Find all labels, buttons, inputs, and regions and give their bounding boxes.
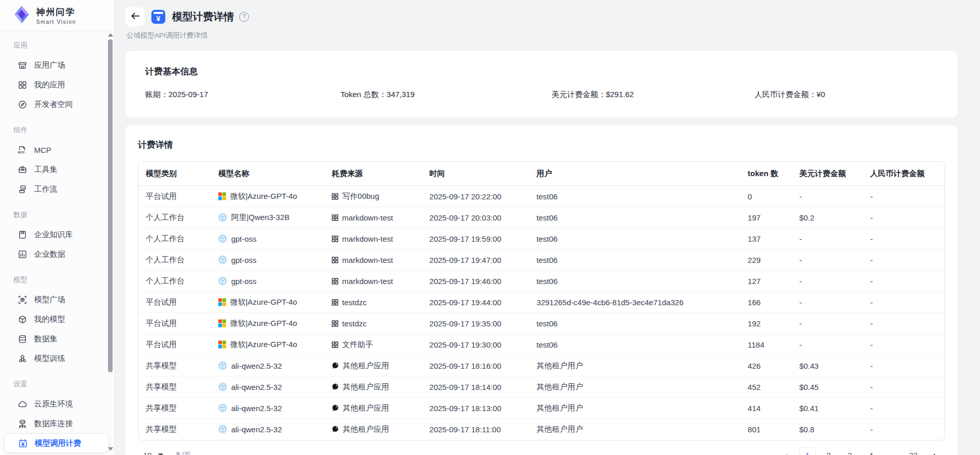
sidebar-item-label: 工作流	[34, 184, 57, 194]
model-name: ali-qwen2.5-32	[231, 425, 282, 434]
sidebar-item-bar-chart[interactable]: 企业数据	[4, 244, 109, 264]
svg-text:MCP: MCP	[18, 151, 25, 154]
tenant-app-icon	[332, 383, 339, 390]
cell-user: 其他租户用户	[530, 398, 741, 419]
page-button[interactable]: 3	[842, 447, 858, 455]
cell-category: 平台试用	[138, 313, 211, 334]
summary-card-title: 计费基本信息	[145, 66, 938, 77]
table-row[interactable]: 共享模型ali-qwen2.5-32其他租户应用2025-09-17 18:16…	[138, 355, 944, 376]
table-row[interactable]: 共享模型ali-qwen2.5-32其他租户应用2025-09-17 18:13…	[138, 398, 944, 419]
microsoft-logo-icon	[218, 340, 226, 349]
source-cell: 文件助手	[332, 340, 420, 350]
model-cell: ali-qwen2.5-32	[218, 403, 322, 413]
model-name: ali-qwen2.5-32	[231, 404, 282, 413]
sidebar-item-knowledge[interactable]: 企业知识库	[4, 225, 109, 244]
sidebar-item-mcp[interactable]: MCPMCP	[4, 140, 109, 160]
cell-model: 微软|Azure-GPT-4o	[211, 334, 324, 355]
cell-time: 2025-09-17 20:03:00	[422, 207, 529, 228]
cell-source: 文件助手	[324, 334, 422, 355]
sidebar-item-database[interactable]: 数据集	[4, 329, 109, 349]
sidebar-item-label: 模型训练	[34, 354, 65, 364]
source-name: testdzc	[342, 319, 367, 328]
cell-usd: $0.45	[792, 376, 863, 398]
sidebar-item-training[interactable]: 模型训练	[4, 349, 109, 368]
sidebar-item-workflow[interactable]: 工作流	[4, 179, 109, 199]
main-content: ¥ 模型计费详情 ? 公域模型API调用计费详情 计费基本信息 账期：2025-…	[115, 0, 980, 455]
sidebar-item-cloud[interactable]: 云原生环境	[4, 394, 109, 414]
ai-model-icon	[218, 276, 227, 286]
cell-tokens: 166	[740, 292, 792, 313]
back-button[interactable]	[126, 7, 145, 26]
pagination: ‹1234…33›	[778, 447, 943, 455]
table-row[interactable]: 个人工作台阿里|Qwen3-32Bmarkdown-test2025-09-17…	[138, 207, 944, 228]
cell-cny: -	[863, 398, 944, 419]
help-icon[interactable]: ?	[239, 12, 249, 22]
table-row[interactable]: 平台试用微软|Azure-GPT-4o文件助手2025-09-17 19:30:…	[138, 334, 944, 355]
sidebar-item-billing[interactable]: 模型调用计费	[4, 433, 109, 453]
sidebar-item-cube[interactable]: 我的模型	[4, 309, 109, 329]
table-row[interactable]: 平台试用微软|Azure-GPT-4otestdzc2025-09-17 19:…	[138, 313, 944, 334]
brand-logo-icon	[12, 4, 31, 27]
scrollbar-thumb[interactable]	[108, 39, 113, 372]
page-size-select[interactable]: 10	[140, 449, 166, 455]
cell-user: 其他租户用户	[530, 376, 741, 398]
model-cell: gpt-oss	[218, 234, 322, 243]
source-cell: markdown-test	[332, 213, 420, 222]
cell-user: test06	[530, 228, 741, 249]
sidebar-nav: 应用应用广场我的应用开发者空间组件MCPMCP工具集工作流数据企业知识库企业数据…	[0, 41, 114, 455]
billing-icon	[18, 438, 27, 448]
ai-model-icon	[218, 382, 227, 391]
table-row[interactable]: 个人工作台gpt-ossmarkdown-test2025-09-17 19:4…	[138, 271, 944, 292]
table-row[interactable]: 平台试用微软|Azure-GPT-4o写作00bug2025-09-17 20:…	[138, 186, 944, 207]
sidebar: 神州问学 Smart Vision 应用应用广场我的应用开发者空间组件MCPMC…	[0, 0, 115, 455]
source-cell: 其他租户应用	[332, 382, 420, 392]
page-button[interactable]: 2	[820, 447, 837, 455]
cell-tokens: 414	[740, 398, 792, 419]
cell-source: testdzc	[324, 313, 422, 334]
model-name: gpt-oss	[231, 277, 256, 286]
ai-model-icon	[218, 213, 227, 222]
sidebar-scrollbar[interactable]	[108, 32, 113, 455]
cell-usd: $0.41	[792, 398, 863, 419]
prev-page-button[interactable]: ‹	[778, 447, 795, 455]
bar-chart-icon	[18, 249, 27, 259]
column-header: 用户	[530, 162, 741, 186]
cell-category: 共享模型	[138, 355, 211, 376]
model-name: ali-qwen2.5-32	[231, 383, 282, 391]
app-grid-icon	[332, 257, 338, 263]
scrollbar-down-icon[interactable]	[108, 447, 113, 451]
summary-fields: 账期：2025-09-17Token 总数：347,319美元计费金额：$291…	[145, 90, 938, 100]
model-name: 阿里|Qwen3-32B	[231, 213, 289, 223]
scrollbar-up-icon[interactable]	[108, 33, 113, 37]
ai-model-icon	[218, 403, 227, 413]
billing-table: 模型类别模型名称耗费来源时间用户token 数美元计费金额人民币计费金额 平台试…	[138, 161, 945, 441]
page-button[interactable]: 4	[863, 447, 879, 455]
sidebar-item-db-connect[interactable]: 数据库连接	[4, 414, 109, 433]
sidebar-item-grid[interactable]: 我的应用	[4, 75, 109, 95]
cell-cny: -	[863, 249, 944, 271]
page-button[interactable]: 1	[799, 447, 816, 455]
sidebar-item-compass[interactable]: 开发者空间	[4, 95, 109, 114]
page-button[interactable]: 33	[905, 447, 922, 455]
sidebar-item-storefront[interactable]: 应用广场	[4, 55, 109, 75]
cell-cny: -	[863, 186, 944, 207]
storefront-icon	[18, 60, 27, 70]
cell-usd: -	[792, 186, 863, 207]
sidebar-section-label: 数据	[13, 210, 114, 219]
tenant-app-icon	[332, 404, 339, 412]
cell-category: 平台试用	[138, 334, 211, 355]
cell-tokens: 0	[740, 186, 792, 207]
table-row[interactable]: 个人工作台gpt-ossmarkdown-test2025-09-17 19:4…	[138, 249, 944, 271]
table-row[interactable]: 共享模型ali-qwen2.5-32其他租户应用2025-09-17 18:14…	[138, 376, 944, 398]
page-ellipsis: …	[884, 447, 900, 455]
sidebar-item-model-plaza[interactable]: 模型广场	[4, 290, 109, 309]
table-row[interactable]: 个人工作台gpt-ossmarkdown-test2025-09-17 19:5…	[138, 228, 944, 249]
source-name: testdzc	[342, 298, 367, 307]
sidebar-section: 设置云原生环境数据库连接模型调用计费	[0, 380, 114, 453]
table-row[interactable]: 共享模型ali-qwen2.5-32其他租户应用2025-09-17 18:11…	[138, 419, 944, 440]
next-page-button[interactable]: ›	[926, 447, 943, 455]
model-cell: 微软|Azure-GPT-4o	[218, 297, 322, 307]
model-name: ali-qwen2.5-32	[231, 362, 282, 370]
table-row[interactable]: 平台试用微软|Azure-GPT-4otestdzc2025-09-17 19:…	[138, 292, 944, 313]
sidebar-item-toolbox[interactable]: 工具集	[4, 160, 109, 179]
